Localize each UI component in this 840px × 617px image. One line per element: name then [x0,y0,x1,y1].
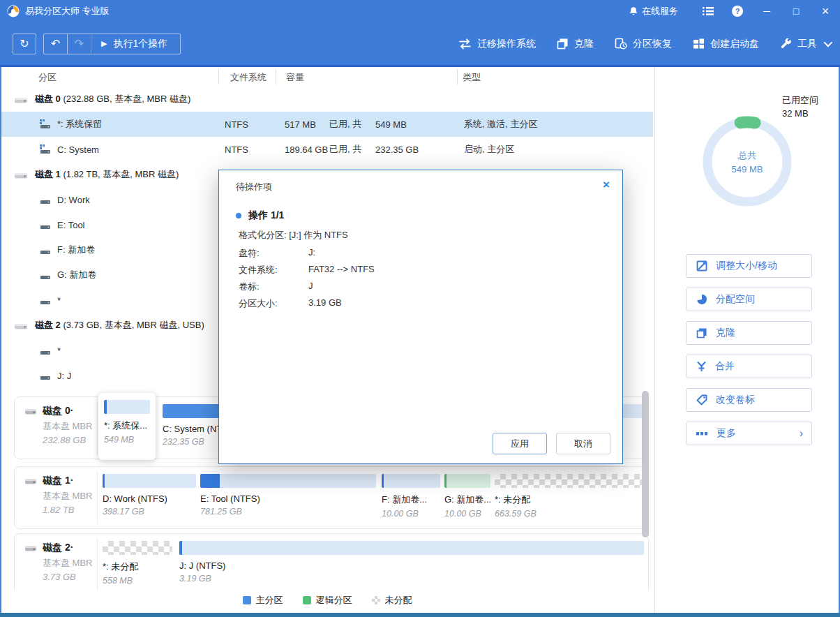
cancel-button[interactable]: 取消 [556,433,610,454]
disk-row[interactable]: 磁盘 0 (232.88 GB, 基本盘, MBR 磁盘) [1,87,653,112]
partition-icon [40,119,51,129]
vertical-scrollbar[interactable] [642,391,649,537]
redo-button[interactable]: ↷ [68,34,91,54]
map-partition-unallocated[interactable]: *: 未分配 663.59 GB [495,474,644,524]
map-disk-name: 磁盘 1· [43,475,73,487]
map-partition-size: 3.19 GB [179,574,644,583]
map-partition[interactable]: E: Tool (NTFS) 781.25 GB [200,474,376,524]
help-button[interactable]: ? [723,0,752,22]
col-partition: 分区 [38,71,57,84]
partition-row-selected[interactable]: *: 系统保留 NTFS 517 MB 已用, 共 549 MB 系统, 激活,… [1,112,653,137]
partition-bar [104,400,150,414]
change-label-button[interactable]: 改变卷标 [686,388,812,412]
detail-label: 文件系统: [239,265,278,275]
migrate-os-button[interactable]: 迁移操作系统 [458,38,536,50]
window-bottom-border [0,613,840,617]
merge-button[interactable]: 合并 [686,355,812,378]
title-bar: 易我分区大师 专业版 在线服务 ? ─ □ × [0,0,840,22]
legend-primary: 主分区 [256,594,283,607]
disk-icon [24,543,37,553]
legend-unallocated: 未分配 [385,594,412,607]
map-partition-size: 663.59 GB [495,509,644,519]
map-partition[interactable]: D: Work (NTFS) 398.17 GB [103,474,196,524]
partition-icon [40,144,51,154]
partition-icon [40,371,51,380]
create-boot-disk-label: 创建启动盘 [710,38,759,50]
map-disk-size: 3.73 GB [43,572,93,582]
detail-label: 卷标: [239,281,260,292]
tools-button[interactable]: 工具 [780,38,830,50]
partition-icon [40,195,51,205]
map-partition-label: *: 系统保... [104,419,150,432]
disk-map-1: 磁盘 1· 基本盘 MBR 1.82 TB D: Work (NTFS) 398… [14,466,649,529]
partition-recovery-button[interactable]: 分区恢复 [615,38,672,50]
dialog-close-button[interactable]: × [603,178,610,192]
resize-move-button[interactable]: 调整大小/移动 [686,254,812,278]
partition-bar [382,474,440,488]
clone-button[interactable]: 克隆 [557,38,594,50]
disk-name: 磁盘 0 [35,93,61,105]
online-service-button[interactable]: 在线服务 [629,5,678,17]
undo-button[interactable]: ↶ [44,34,68,54]
disk-map-2: 磁盘 2· 基本盘 MBR 3.73 GB *: 未分配 558 MB J: J… [14,533,649,596]
operation-list-button[interactable] [693,0,723,22]
clone-label: 克隆 [574,38,594,50]
merge-label: 合并 [715,360,735,373]
map-partition-label: J: J (NTFS) [179,560,644,571]
partition-icon [40,270,51,280]
chevron-right-icon: › [800,428,803,439]
minimize-button[interactable]: ─ [752,0,781,22]
dialog-title: 待操作项 [236,181,272,193]
detail-label: 盘符: [239,248,260,258]
map-disk-kind: 基本盘 MBR [43,490,93,503]
partition-label: C: System [57,144,99,155]
map-partition-selected[interactable]: *: 系统保... 549 MB [98,393,156,460]
more-button[interactable]: 更多 › [686,422,812,445]
map-partition-size: 10.00 GB [444,509,490,519]
partition-row[interactable]: C: System NTFS 189.64 GB 已用, 共 232.35 GB… [1,137,653,162]
app-window: 易我分区大师 专业版 在线服务 ? ─ □ × ↻ ↶ ↷ ▶ 执行1个操作 [0,0,840,617]
maximize-button[interactable]: □ [781,0,811,22]
partition-bar [179,541,644,555]
map-partition-size: 781.25 GB [200,507,376,516]
clone-icon [696,327,707,339]
partition-recovery-label: 分区恢复 [633,38,672,50]
disk-info: (3.73 GB, 基本盘, MBR 磁盘, USB) [61,319,204,332]
partition-label: E: Tool [57,220,85,230]
help-icon: ? [732,6,743,17]
map-partition-size: 549 MB [104,435,150,445]
disk-icon [14,94,28,105]
map-partition[interactable]: G: 新加卷... 10.00 GB [444,474,490,524]
map-partition-unallocated[interactable]: *: 未分配 558 MB [103,541,172,591]
partition-icon [40,245,51,255]
allocate-space-button[interactable]: 分配空间 [686,288,812,311]
close-button[interactable]: × [811,0,840,22]
disk-icon [24,406,37,416]
partition-type: 系统, 激活, 主分区 [464,118,537,131]
partition-icon [40,295,51,305]
refresh-button[interactable]: ↻ [13,34,36,54]
partition-fs: NTFS [225,144,248,155]
legend-logical: 逻辑分区 [316,594,352,607]
execute-operations-button[interactable]: ▶ 执行1个操作 [91,34,180,54]
map-partition[interactable]: F: 新加卷... 10.00 GB [382,474,440,524]
detail-value: FAT32 --> NTFS [308,264,375,274]
apply-button[interactable]: 应用 [493,433,547,454]
map-partition[interactable]: J: J (NTFS) 3.19 GB [179,541,644,591]
table-header: 分区 文件系统 容量 类型 [0,67,654,87]
donut-total-value: 549 MB [732,164,763,174]
create-boot-disk-button[interactable]: 创建启动盘 [693,38,759,50]
capacity-mid: 已用, 共 [329,143,361,156]
partition-icon [40,220,51,230]
clone-partition-label: 克隆 [716,327,735,339]
resize-move-label: 调整大小/移动 [716,260,777,272]
map-disk-name: 磁盘 2· [43,542,73,554]
col-capacity: 容量 [286,71,304,84]
ellipsis-icon [696,432,708,436]
disk-icon [14,169,28,180]
map-partition-label: E: Tool (NTFS) [200,493,376,504]
window-left-border [0,67,1,613]
clone-partition-button[interactable]: 克隆 [686,321,812,345]
map-disk-size: 1.82 TB [43,505,93,515]
map-partition-size: 398.17 GB [103,507,196,516]
